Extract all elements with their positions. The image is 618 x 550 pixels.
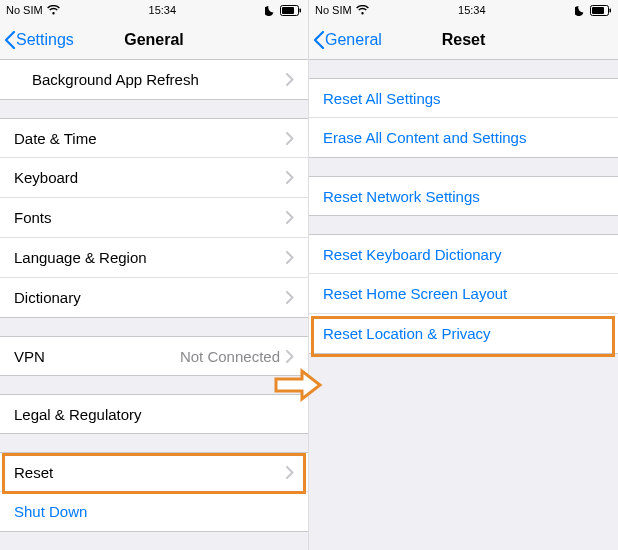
row-shut-down[interactable]: Shut Down [0,492,308,532]
row-reset-keyboard-dict[interactable]: Reset Keyboard Dictionary [309,234,618,274]
row-label: Date & Time [14,130,286,147]
chevron-right-icon [286,251,294,264]
battery-icon [280,5,302,16]
chevron-right-icon [286,132,294,145]
svg-rect-2 [300,8,302,12]
clock-label: 15:34 [458,4,486,16]
back-button[interactable]: General [309,31,382,49]
row-label: Fonts [14,209,286,226]
do-not-disturb-icon [265,5,276,16]
nav-bar: Settings General [0,20,308,60]
row-label: Dictionary [14,289,286,306]
chevron-right-icon [286,291,294,304]
row-erase-all-content[interactable]: Erase All Content and Settings [309,118,618,158]
nav-bar: General Reset [309,20,618,60]
battery-icon [590,5,612,16]
reset-list: Reset All Settings Erase All Content and… [309,60,618,550]
row-legal-regulatory[interactable]: Legal & Regulatory [0,394,308,434]
chevron-right-icon [286,171,294,184]
chevron-right-icon [286,211,294,224]
wifi-icon [47,5,60,15]
row-reset-all-settings[interactable]: Reset All Settings [309,78,618,118]
row-label: Keyboard [14,169,286,186]
row-vpn[interactable]: VPN Not Connected [0,336,308,376]
do-not-disturb-icon [575,5,586,16]
row-label: Shut Down [14,503,294,520]
status-bar: No SIM 15:34 [0,0,308,20]
row-detail: Not Connected [180,348,280,365]
row-label: Erase All Content and Settings [323,129,604,146]
row-language-region[interactable]: Language & Region [0,238,308,278]
carrier-label: No SIM [6,4,43,16]
row-date-time[interactable]: Date & Time [0,118,308,158]
row-label: Reset Network Settings [323,188,604,205]
clock-label: 15:34 [149,4,177,16]
row-label: Reset All Settings [323,90,604,107]
svg-rect-4 [592,7,604,14]
row-label: Language & Region [14,249,286,266]
row-reset[interactable]: Reset [0,452,308,492]
row-dictionary[interactable]: Dictionary [0,278,308,318]
phone-reset-settings: No SIM 15:34 General Reset [309,0,618,550]
chevron-right-icon [286,73,294,86]
carrier-label: No SIM [315,4,352,16]
back-button[interactable]: Settings [0,31,74,49]
row-label: VPN [14,348,180,365]
row-label: Reset Keyboard Dictionary [323,246,604,263]
chevron-right-icon [286,350,294,363]
chevron-right-icon [286,466,294,479]
svg-rect-1 [282,7,294,14]
row-reset-location-privacy[interactable]: Reset Location & Privacy [309,314,618,354]
row-reset-home-layout[interactable]: Reset Home Screen Layout [309,274,618,314]
row-keyboard[interactable]: Keyboard [0,158,308,198]
back-label: Settings [16,31,74,49]
row-label: Reset Home Screen Layout [323,285,604,302]
row-fonts[interactable]: Fonts [0,198,308,238]
svg-rect-5 [610,8,612,12]
phone-general-settings: No SIM 15:34 Settings General [0,0,309,550]
back-label: General [325,31,382,49]
settings-list: Background App Refresh Date & Time Keybo… [0,60,308,550]
status-bar: No SIM 15:34 [309,0,618,20]
row-label: Reset [14,464,286,481]
wifi-icon [356,5,369,15]
row-label: Legal & Regulatory [14,406,294,423]
row-reset-network[interactable]: Reset Network Settings [309,176,618,216]
row-label: Reset Location & Privacy [323,325,604,342]
row-label: Background App Refresh [32,71,286,88]
row-background-app-refresh[interactable]: Background App Refresh [0,60,308,100]
